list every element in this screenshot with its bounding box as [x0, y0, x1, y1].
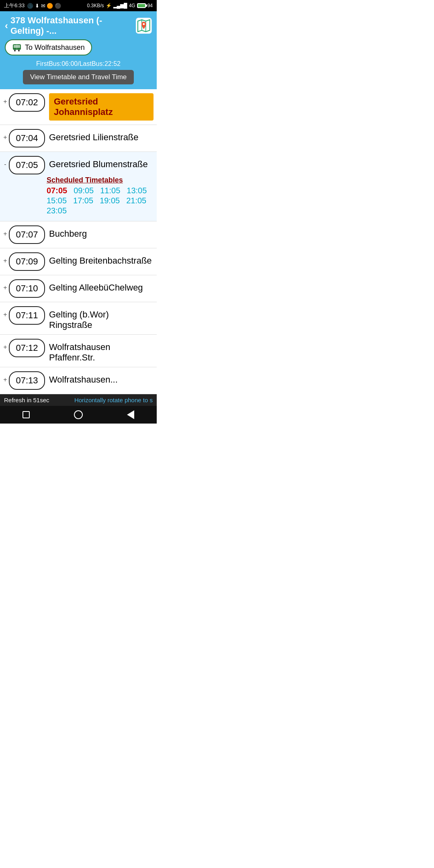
stop-row[interactable]: +07:13Wolfratshausen...: [0, 367, 157, 394]
stop-time: 07:10: [9, 279, 45, 298]
stop-name: Geretsried Johannisplatz: [49, 93, 154, 121]
svg-point-7: [14, 50, 16, 51]
stop-time: 07:07: [9, 225, 45, 244]
timetable-time[interactable]: 13:05: [127, 186, 147, 195]
expand-indicator[interactable]: +: [2, 339, 9, 351]
expand-indicator[interactable]: +: [2, 306, 9, 318]
stop-name: Wolfratshausen...: [49, 371, 154, 385]
battery-icon: [137, 3, 146, 8]
timetable-time[interactable]: 07:05: [47, 186, 67, 195]
stop-name: Buchberg: [49, 225, 154, 239]
status-time: 上午6:33: [4, 2, 25, 9]
stop-icon: [23, 411, 30, 418]
bottom-bar: Refresh in 51sec Horizontally rotate pho…: [0, 394, 157, 406]
status-right: 0.3KB/s ⚡ ▂▄▆█ 4G 94: [87, 3, 153, 8]
expand-indicator[interactable]: +: [2, 371, 9, 383]
stop-name: Gelting (b.Wor) Ringstraße: [49, 306, 154, 330]
rotate-text: Horizontally rotate phone to s: [74, 397, 153, 403]
route-title: 378 Wolfratshausen (- Gelting) -...: [10, 15, 136, 36]
stop-time: 07:13: [9, 371, 45, 390]
direction-label: To Wolfratshausen: [25, 43, 85, 52]
status-bar: 上午6:33 🌑 ⬇ ✉ 🟠 ⚫ 0.3KB/s ⚡ ▂▄▆█ 4G 94: [0, 0, 157, 11]
status-left: 上午6:33 🌑 ⬇ ✉ 🟠 ⚫: [4, 2, 61, 9]
stop-name: Gelting AlleebüChelweg: [49, 279, 154, 293]
stop-row[interactable]: +07:12Wolfratshausen Pfaffenr.Str.: [0, 335, 157, 367]
header: ‹ 378 Wolfratshausen (- Gelting) -... To…: [0, 11, 157, 89]
stop-time: 07:11: [9, 306, 45, 325]
nav-bar: [0, 406, 157, 424]
header-top: ‹ 378 Wolfratshausen (- Gelting) -...: [5, 15, 152, 36]
timetable-time[interactable]: 21:05: [126, 196, 146, 205]
view-timetable-button[interactable]: View Timetable and Travel Time: [23, 70, 134, 84]
stop-list: +07:02Geretsried Johannisplatz+07:04Gere…: [0, 89, 157, 394]
svg-point-4: [143, 23, 145, 25]
stop-row[interactable]: +07:07Buchberg: [0, 221, 157, 248]
stop-time: 07:12: [9, 339, 45, 357]
stop-row[interactable]: +07:04Geretsried Lilienstraße: [0, 125, 157, 152]
svg-point-8: [18, 50, 20, 51]
expand-indicator[interactable]: -: [2, 156, 9, 168]
stop-row[interactable]: -07:05Geretsried BlumenstraßeScheduled T…: [0, 152, 157, 221]
home-icon: [74, 410, 83, 419]
signal-bars: ▂▄▆█: [113, 3, 127, 8]
expand-indicator[interactable]: +: [2, 225, 9, 237]
timetable-time[interactable]: 11:05: [100, 186, 120, 195]
timetable-times: 07:0509:0511:0513:0515:0517:0519:0521:05…: [47, 186, 150, 215]
direction-button[interactable]: To Wolfratshausen: [5, 39, 92, 55]
timetable-title: Scheduled Timetables: [47, 176, 150, 184]
stop-row[interactable]: +07:10Gelting AlleebüChelweg: [0, 275, 157, 302]
stop-time: 07:02: [9, 93, 45, 112]
stop-row[interactable]: +07:09Gelting Breitenbachstraße: [0, 248, 157, 275]
network-type: 4G: [129, 3, 135, 8]
timetable-time[interactable]: 19:05: [100, 196, 120, 205]
bus-icon: [12, 43, 22, 52]
stop-time: 07:05: [9, 156, 45, 174]
stop-time: 07:04: [9, 129, 45, 147]
expand-indicator[interactable]: +: [2, 129, 9, 141]
stop-time: 07:09: [9, 252, 45, 271]
status-icons: 🌑 ⬇ ✉ 🟠 ⚫: [27, 3, 61, 9]
back-nav-button[interactable]: [125, 409, 136, 420]
stop-row[interactable]: +07:11Gelting (b.Wor) Ringstraße: [0, 302, 157, 335]
stop-name: Geretsried Blumenstraße: [49, 156, 154, 170]
header-title-group: ‹ 378 Wolfratshausen (- Gelting) -...: [5, 15, 136, 36]
battery-level: 94: [147, 3, 153, 8]
stop-name: Wolfratshausen Pfaffenr.Str.: [49, 339, 154, 363]
timetable-time[interactable]: 15:05: [47, 196, 67, 205]
map-icon[interactable]: [136, 17, 152, 35]
timetable-time[interactable]: 23:05: [47, 206, 67, 215]
stop-name: Gelting Breitenbachstraße: [49, 252, 154, 266]
expand-indicator[interactable]: +: [2, 279, 9, 291]
home-button[interactable]: [73, 409, 84, 420]
back-button[interactable]: ‹: [5, 20, 8, 31]
refresh-text: Refresh in 51sec: [4, 397, 49, 403]
bluetooth-icon: ⚡: [106, 3, 112, 8]
timetable-section: Scheduled Timetables07:0509:0511:0513:05…: [2, 174, 154, 217]
stop-name: Geretsried Lilienstraße: [49, 129, 154, 143]
stop-row[interactable]: +07:02Geretsried Johannisplatz: [0, 89, 157, 125]
back-icon: [127, 410, 134, 419]
timetable-time[interactable]: 09:05: [74, 186, 94, 195]
network-speed: 0.3KB/s: [87, 3, 104, 8]
timetable-time[interactable]: 17:05: [73, 196, 93, 205]
expand-indicator[interactable]: +: [2, 93, 9, 105]
stop-button[interactable]: [20, 409, 32, 420]
expand-indicator[interactable]: +: [2, 252, 9, 264]
first-last-bus: FirstBus:06:00/LastBus:22:52: [5, 60, 152, 68]
